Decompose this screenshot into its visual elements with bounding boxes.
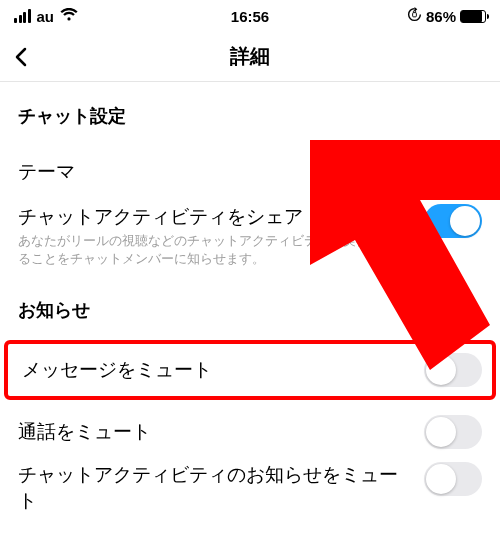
mute-messages-toggle[interactable] [424, 353, 482, 387]
mute-activity-label: チャットアクティビティのお知らせをミュート [18, 462, 414, 513]
share-activity-row: チャットアクティビティをシェア あなたがリールの視聴などのチャットアクティビティ… [18, 204, 482, 276]
page-title: 詳細 [0, 43, 500, 70]
status-bar: au 16:56 86% [0, 0, 500, 32]
mute-activity-row: チャットアクティビティのお知らせをミュート [18, 462, 482, 514]
content: チャット設定 テーマ チャットアクティビティをシェア あなたがリールの視聴などの… [0, 104, 500, 514]
share-activity-label: チャットアクティビティをシェア [18, 204, 414, 230]
mute-calls-row: 通話をミュート [18, 406, 482, 458]
mute-calls-toggle[interactable] [424, 415, 482, 449]
theme-row[interactable]: テーマ [18, 146, 482, 198]
back-button[interactable] [0, 35, 44, 79]
battery-icon [460, 10, 486, 23]
section-header-notifications: お知らせ [18, 298, 482, 322]
mute-messages-label: メッセージをミュート [22, 357, 212, 383]
highlight-box: メッセージをミュート [4, 340, 496, 400]
chevron-left-icon [12, 47, 32, 67]
mute-calls-label: 通話をミュート [18, 419, 151, 445]
mute-messages-row: メッセージをミュート [22, 350, 482, 390]
share-activity-sub: あなたがリールの視聴などのチャットアクティビティを実行中であることをチャットメン… [18, 232, 414, 268]
nav-header: 詳細 [0, 32, 500, 82]
section-header-chat-settings: チャット設定 [18, 104, 482, 128]
share-activity-toggle[interactable] [424, 204, 482, 238]
theme-label: テーマ [18, 159, 75, 185]
status-time: 16:56 [0, 8, 500, 25]
mute-activity-toggle[interactable] [424, 462, 482, 496]
theme-color-icon [448, 155, 482, 189]
